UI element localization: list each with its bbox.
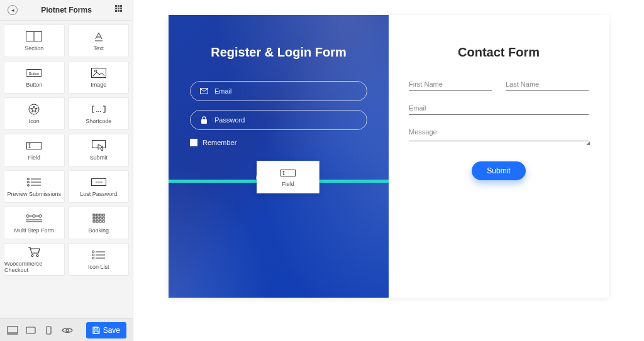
widget-label: Text bbox=[93, 45, 104, 51]
svg-point-25 bbox=[26, 215, 29, 217]
svg-rect-43 bbox=[103, 220, 104, 222]
last-name-input[interactable] bbox=[506, 77, 589, 91]
svg-rect-52 bbox=[8, 327, 18, 333]
star-icon bbox=[28, 103, 40, 116]
desktop-view-icon[interactable] bbox=[6, 325, 18, 335]
sidebar-title: Piotnet Forms bbox=[18, 6, 115, 14]
section-icon bbox=[26, 30, 42, 43]
widget-button[interactable]: Button Button bbox=[4, 61, 65, 94]
svg-point-10 bbox=[98, 111, 99, 112]
svg-text:Button: Button bbox=[29, 72, 39, 75]
drag-ghost-label: Field bbox=[282, 181, 294, 187]
svg-point-14 bbox=[28, 178, 30, 180]
svg-point-23 bbox=[99, 181, 101, 183]
app-root: ◂ Piotnet Forms Section Text bbox=[0, 0, 644, 341]
lock-icon bbox=[199, 116, 208, 124]
widget-shortcode[interactable]: Shortcode bbox=[69, 97, 130, 130]
svg-rect-57 bbox=[94, 327, 97, 329]
first-name-input[interactable] bbox=[409, 77, 492, 91]
widget-field[interactable]: Field bbox=[4, 134, 65, 166]
svg-point-46 bbox=[92, 251, 94, 252]
svg-rect-20 bbox=[91, 179, 106, 186]
icon-list-icon bbox=[92, 249, 106, 261]
sidebar: ◂ Piotnet Forms Section Text bbox=[0, 0, 133, 341]
lost-password-icon bbox=[91, 176, 106, 188]
preview-submissions-icon bbox=[26, 176, 42, 188]
bottom-bar: Save bbox=[0, 318, 133, 341]
svg-rect-39 bbox=[103, 217, 104, 219]
widget-label: Submit bbox=[90, 154, 108, 161]
widget-label: Button bbox=[26, 82, 42, 88]
widget-multi-step-form[interactable]: Multi Step Form bbox=[4, 207, 65, 239]
contact-submit-button[interactable]: Submit bbox=[472, 161, 525, 180]
widget-label: Woocommerce Checkout bbox=[4, 261, 64, 273]
svg-point-48 bbox=[92, 254, 94, 256]
textarea-resize-handle-icon[interactable] bbox=[586, 141, 590, 145]
widget-lost-password[interactable]: Lost Password bbox=[69, 170, 130, 203]
widget-preview-submissions[interactable]: Preview Submissions bbox=[4, 170, 65, 203]
page-card: Register & Login Form bbox=[169, 15, 609, 298]
sidebar-header: ◂ Piotnet Forms bbox=[0, 0, 133, 21]
widget-section[interactable]: Section bbox=[4, 24, 65, 57]
widget-label: Booking bbox=[88, 227, 109, 234]
svg-point-9 bbox=[96, 111, 97, 112]
widget-booking[interactable]: Booking bbox=[69, 207, 130, 239]
widget-label: Shortcode bbox=[86, 118, 111, 124]
svg-point-11 bbox=[100, 111, 101, 112]
widget-image[interactable]: Image bbox=[69, 61, 130, 94]
widget-icon-list[interactable]: Icon List bbox=[69, 243, 130, 276]
grid-toggle-icon[interactable] bbox=[115, 5, 125, 15]
editor-canvas[interactable]: Register & Login Form bbox=[133, 0, 644, 341]
password-field-wrapper[interactable] bbox=[190, 110, 367, 130]
preview-icon[interactable] bbox=[61, 325, 73, 335]
widget-label: Preview Submissions bbox=[7, 191, 61, 197]
svg-point-16 bbox=[28, 181, 30, 183]
mobile-view-icon[interactable] bbox=[43, 325, 55, 335]
shortcode-icon bbox=[92, 103, 106, 116]
svg-point-27 bbox=[33, 215, 35, 217]
cart-icon bbox=[27, 246, 41, 258]
widget-label: Field bbox=[28, 154, 40, 161]
svg-rect-58 bbox=[94, 331, 98, 333]
widget-label: Icon bbox=[29, 118, 40, 124]
drag-ghost-widget[interactable]: Field bbox=[257, 161, 319, 193]
login-form-title: Register & Login Form bbox=[190, 45, 367, 60]
email-field-wrapper[interactable] bbox=[190, 81, 367, 101]
field-icon bbox=[26, 139, 42, 152]
svg-point-18 bbox=[28, 185, 30, 187]
contact-email-input[interactable] bbox=[409, 101, 589, 115]
widget-label: Icon List bbox=[88, 264, 109, 270]
remember-row: Remember bbox=[190, 139, 367, 146]
booking-icon bbox=[92, 212, 105, 225]
svg-rect-6 bbox=[91, 68, 106, 78]
password-input[interactable] bbox=[214, 116, 358, 124]
svg-rect-54 bbox=[26, 327, 35, 333]
svg-rect-35 bbox=[103, 214, 104, 216]
widget-icon[interactable]: Icon bbox=[4, 97, 65, 130]
svg-rect-40 bbox=[93, 220, 95, 222]
svg-point-29 bbox=[39, 215, 42, 217]
button-icon: Button bbox=[26, 67, 42, 79]
widget-submit[interactable]: Submit bbox=[69, 134, 130, 166]
svg-rect-12 bbox=[27, 143, 42, 149]
svg-rect-55 bbox=[47, 327, 51, 334]
svg-point-24 bbox=[101, 181, 103, 183]
tablet-view-icon[interactable] bbox=[25, 325, 36, 335]
svg-point-56 bbox=[66, 329, 69, 332]
remember-label: Remember bbox=[203, 139, 236, 146]
remember-checkbox[interactable] bbox=[190, 139, 197, 146]
svg-point-50 bbox=[92, 257, 94, 259]
multi-step-icon bbox=[25, 212, 43, 225]
login-form-pane: Register & Login Form bbox=[169, 15, 389, 298]
save-button[interactable]: Save bbox=[86, 322, 126, 338]
email-input[interactable] bbox=[214, 87, 358, 95]
message-textarea[interactable] bbox=[409, 125, 589, 141]
svg-rect-36 bbox=[93, 217, 95, 219]
widget-woocommerce-checkout[interactable]: Woocommerce Checkout bbox=[4, 243, 65, 276]
svg-point-22 bbox=[97, 181, 99, 183]
back-icon[interactable]: ◂ bbox=[8, 5, 18, 15]
save-button-label: Save bbox=[103, 326, 120, 335]
svg-rect-38 bbox=[99, 217, 101, 219]
widget-text[interactable]: Text bbox=[69, 24, 130, 57]
svg-rect-37 bbox=[96, 217, 98, 219]
